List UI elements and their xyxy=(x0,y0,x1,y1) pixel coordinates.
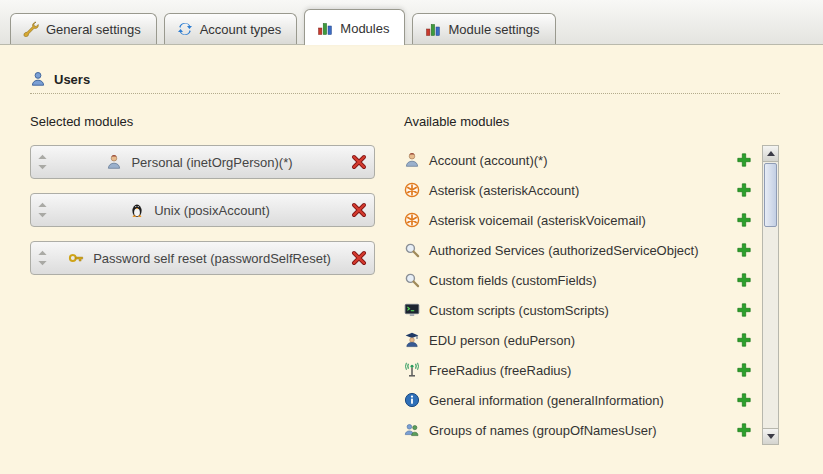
chart-icon xyxy=(425,21,441,37)
add-plus-icon[interactable] xyxy=(736,212,752,228)
drag-updown-icon[interactable] xyxy=(37,154,48,170)
selected-module-row-unix[interactable]: Unix (posixAccount) xyxy=(30,193,375,227)
tab-modules[interactable]: Modules xyxy=(304,9,405,45)
scrollbar-thumb[interactable] xyxy=(764,163,777,227)
selected-modules-column: Selected modules Personal (inetOrgPerson… xyxy=(30,114,382,445)
group-icon xyxy=(404,422,420,438)
available-module-row-asterisk: Asterisk (asteriskAccount) xyxy=(404,175,756,205)
tab-label: Account types xyxy=(200,22,282,37)
scrollbar[interactable] xyxy=(762,145,779,445)
modules-tab-content: Users Selected modules Personal (inetOrg… xyxy=(0,45,823,474)
scroll-down-button[interactable] xyxy=(763,428,778,444)
tab-bar: General settings Account types Modules M… xyxy=(0,0,823,45)
module-label: Custom scripts (customScripts) xyxy=(429,303,727,318)
chart-icon xyxy=(317,20,333,36)
module-label: Asterisk (asteriskAccount) xyxy=(429,183,727,198)
wrench-icon xyxy=(23,21,39,37)
delete-icon[interactable] xyxy=(351,202,367,218)
available-modules-column: Available modules Account (account)(*) A… xyxy=(404,114,782,445)
tab-general-settings[interactable]: General settings xyxy=(10,13,157,44)
arrow-up-icon xyxy=(767,151,775,156)
person-icon xyxy=(106,154,122,170)
available-module-row-edu-person: EDU person (eduPerson) xyxy=(404,325,756,355)
module-label: Groups of names (groupOfNamesUser) xyxy=(429,423,727,438)
selected-modules-heading: Selected modules xyxy=(30,114,382,129)
module-label: FreeRadius (freeRadius) xyxy=(429,363,727,378)
scrollbar-track[interactable] xyxy=(763,162,778,428)
available-module-row-account: Account (account)(*) xyxy=(404,145,756,175)
available-module-row-authorized-services: Authorized Services (authorizedServiceOb… xyxy=(404,235,756,265)
magnifier-icon xyxy=(404,272,420,288)
tab-label: Module settings xyxy=(448,22,539,37)
module-label: General information (generalInformation) xyxy=(429,393,727,408)
tab-label: General settings xyxy=(46,22,141,37)
module-label: Asterisk voicemail (asteriskVoicemail) xyxy=(429,213,727,228)
module-configuration-page: General settings Account types Modules M… xyxy=(0,0,823,474)
add-plus-icon[interactable] xyxy=(736,152,752,168)
info-icon xyxy=(404,392,420,408)
selected-module-row-password-self-reset[interactable]: Password self reset (passwordSelfReset) xyxy=(30,241,375,275)
scroll-up-button[interactable] xyxy=(763,146,778,162)
arrow-down-icon xyxy=(767,434,775,439)
section-title: Users xyxy=(54,72,90,87)
add-plus-icon[interactable] xyxy=(736,332,752,348)
available-module-row-general-information: General information (generalInformation) xyxy=(404,385,756,415)
add-plus-icon[interactable] xyxy=(736,182,752,198)
user-icon xyxy=(30,71,46,87)
magnifier-icon xyxy=(404,242,420,258)
refresh-icon xyxy=(177,21,193,37)
add-plus-icon[interactable] xyxy=(736,302,752,318)
users-section-header: Users xyxy=(30,71,780,94)
asterisk-icon xyxy=(404,182,420,198)
delete-icon[interactable] xyxy=(351,250,367,266)
module-label: Account (account)(*) xyxy=(429,153,727,168)
person-icon xyxy=(404,152,420,168)
module-label: Unix (posixAccount) xyxy=(154,203,270,218)
available-module-row-custom-scripts: Custom scripts (customScripts) xyxy=(404,295,756,325)
add-plus-icon[interactable] xyxy=(736,272,752,288)
asterisk-icon xyxy=(404,212,420,228)
tab-module-settings[interactable]: Module settings xyxy=(412,13,555,44)
edu-person-icon xyxy=(404,332,420,348)
penguin-icon xyxy=(129,202,145,218)
tab-account-types[interactable]: Account types xyxy=(164,13,298,44)
available-modules-list: Account (account)(*) Asterisk (asteriskA… xyxy=(404,145,756,445)
add-plus-icon[interactable] xyxy=(736,392,752,408)
available-module-row-asterisk-voicemail: Asterisk voicemail (asteriskVoicemail) xyxy=(404,205,756,235)
add-plus-icon[interactable] xyxy=(736,362,752,378)
module-label: EDU person (eduPerson) xyxy=(429,333,727,348)
add-plus-icon[interactable] xyxy=(736,422,752,438)
drag-updown-icon[interactable] xyxy=(37,250,48,266)
available-modules-heading: Available modules xyxy=(404,114,782,129)
script-icon xyxy=(404,302,420,318)
key-icon xyxy=(68,250,84,266)
selected-module-row-personal[interactable]: Personal (inetOrgPerson)(*) xyxy=(30,145,375,179)
add-plus-icon[interactable] xyxy=(736,242,752,258)
available-module-row-freeradius: FreeRadius (freeRadius) xyxy=(404,355,756,385)
radius-icon xyxy=(404,362,420,378)
drag-updown-icon[interactable] xyxy=(37,202,48,218)
delete-icon[interactable] xyxy=(351,154,367,170)
available-module-row-custom-fields: Custom fields (customFields) xyxy=(404,265,756,295)
module-label: Personal (inetOrgPerson)(*) xyxy=(131,155,292,170)
module-label: Password self reset (passwordSelfReset) xyxy=(93,251,331,266)
available-module-row-groups-of-names: Groups of names (groupOfNamesUser) xyxy=(404,415,756,445)
tab-label: Modules xyxy=(340,21,389,36)
module-label: Custom fields (customFields) xyxy=(429,273,727,288)
module-label: Authorized Services (authorizedServiceOb… xyxy=(429,243,727,258)
